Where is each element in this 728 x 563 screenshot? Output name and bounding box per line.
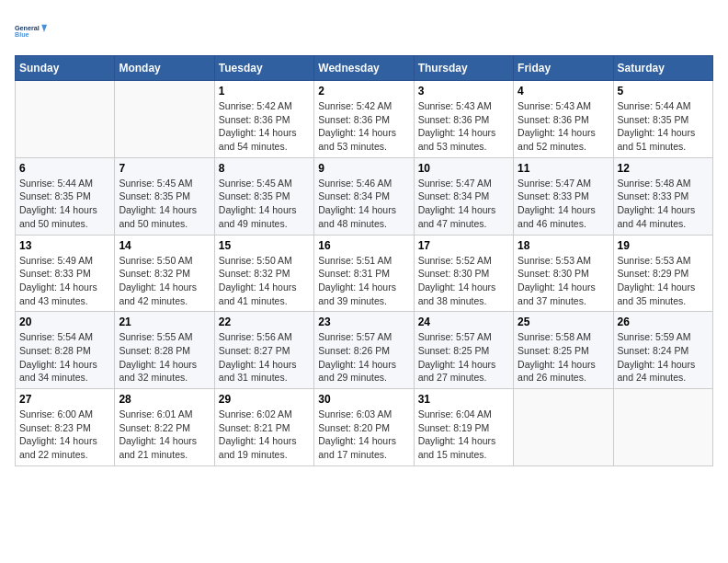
day-number: 17	[418, 239, 509, 252]
day-number: 6	[19, 162, 110, 175]
day-info: Sunrise: 5:45 AMSunset: 8:35 PMDaylight:…	[219, 177, 310, 231]
day-info: Sunrise: 5:59 AMSunset: 8:24 PMDaylight:…	[618, 330, 709, 385]
day-number: 8	[219, 162, 310, 175]
day-number: 19	[618, 239, 709, 252]
logo-icon: GeneralBlue	[15, 15, 48, 48]
day-number: 16	[318, 239, 409, 252]
day-info: Sunrise: 6:04 AMSunset: 8:19 PMDaylight:…	[418, 408, 509, 462]
day-info: Sunrise: 5:54 AMSunset: 8:28 PMDaylight:…	[19, 330, 110, 385]
calendar-cell	[115, 81, 214, 158]
day-info: Sunrise: 6:02 AMSunset: 8:21 PMDaylight:…	[219, 408, 310, 462]
calendar-cell: 29Sunrise: 6:02 AMSunset: 8:21 PMDayligh…	[214, 389, 313, 466]
column-header-thursday: Thursday	[414, 56, 513, 81]
calendar-cell: 13Sunrise: 5:49 AMSunset: 8:33 PMDayligh…	[16, 235, 115, 312]
day-number: 29	[219, 393, 310, 406]
day-info: Sunrise: 6:03 AMSunset: 8:20 PMDaylight:…	[318, 408, 409, 462]
calendar-cell: 21Sunrise: 5:55 AMSunset: 8:28 PMDayligh…	[115, 312, 214, 389]
calendar-cell: 24Sunrise: 5:57 AMSunset: 8:25 PMDayligh…	[414, 312, 513, 389]
day-info: Sunrise: 6:00 AMSunset: 8:23 PMDaylight:…	[19, 408, 110, 462]
day-info: Sunrise: 5:58 AMSunset: 8:25 PMDaylight:…	[518, 330, 609, 385]
calendar-cell: 12Sunrise: 5:48 AMSunset: 8:33 PMDayligh…	[613, 157, 712, 235]
day-info: Sunrise: 5:57 AMSunset: 8:25 PMDaylight:…	[418, 330, 509, 385]
column-header-wednesday: Wednesday	[314, 56, 414, 81]
calendar-cell: 11Sunrise: 5:47 AMSunset: 8:33 PMDayligh…	[514, 157, 613, 235]
day-number: 28	[119, 393, 210, 406]
day-number: 4	[518, 85, 609, 98]
calendar-cell	[16, 81, 115, 158]
column-header-friday: Friday	[514, 56, 613, 81]
day-info: Sunrise: 5:51 AMSunset: 8:31 PMDaylight:…	[318, 254, 409, 308]
calendar-week-3: 13Sunrise: 5:49 AMSunset: 8:33 PMDayligh…	[16, 235, 713, 312]
calendar-cell: 14Sunrise: 5:50 AMSunset: 8:32 PMDayligh…	[115, 235, 214, 312]
calendar-body: 1Sunrise: 5:42 AMSunset: 8:36 PMDaylight…	[16, 81, 713, 466]
svg-marker-2	[41, 25, 47, 32]
day-info: Sunrise: 5:46 AMSunset: 8:34 PMDaylight:…	[318, 177, 409, 231]
day-number: 14	[119, 239, 210, 252]
day-number: 13	[19, 239, 110, 252]
day-info: Sunrise: 5:42 AMSunset: 8:36 PMDaylight:…	[318, 99, 409, 154]
day-info: Sunrise: 5:53 AMSunset: 8:29 PMDaylight:…	[618, 254, 709, 308]
column-header-monday: Monday	[115, 56, 214, 81]
day-number: 26	[618, 316, 709, 328]
calendar-cell: 1Sunrise: 5:42 AMSunset: 8:36 PMDaylight…	[214, 81, 313, 158]
day-info: Sunrise: 5:56 AMSunset: 8:27 PMDaylight:…	[219, 330, 310, 385]
column-header-tuesday: Tuesday	[214, 56, 313, 81]
calendar-cell: 18Sunrise: 5:53 AMSunset: 8:30 PMDayligh…	[514, 235, 613, 312]
calendar-table: SundayMondayTuesdayWednesdayThursdayFrid…	[15, 55, 713, 466]
column-header-saturday: Saturday	[613, 56, 712, 81]
day-number: 21	[119, 316, 210, 328]
calendar-cell: 3Sunrise: 5:43 AMSunset: 8:36 PMDaylight…	[414, 81, 513, 158]
column-header-sunday: Sunday	[16, 56, 115, 81]
calendar-cell: 25Sunrise: 5:58 AMSunset: 8:25 PMDayligh…	[514, 312, 613, 389]
calendar-cell	[613, 389, 712, 466]
day-number: 30	[318, 393, 409, 406]
calendar-week-1: 1Sunrise: 5:42 AMSunset: 8:36 PMDaylight…	[16, 81, 713, 158]
calendar-cell: 16Sunrise: 5:51 AMSunset: 8:31 PMDayligh…	[314, 235, 414, 312]
calendar-cell: 27Sunrise: 6:00 AMSunset: 8:23 PMDayligh…	[16, 389, 115, 466]
day-info: Sunrise: 5:53 AMSunset: 8:30 PMDaylight:…	[518, 254, 609, 308]
day-info: Sunrise: 5:48 AMSunset: 8:33 PMDaylight:…	[618, 177, 709, 231]
day-info: Sunrise: 5:55 AMSunset: 8:28 PMDaylight:…	[119, 330, 210, 385]
day-number: 3	[418, 85, 509, 98]
calendar-week-5: 27Sunrise: 6:00 AMSunset: 8:23 PMDayligh…	[16, 389, 713, 466]
day-info: Sunrise: 5:57 AMSunset: 8:26 PMDaylight:…	[318, 330, 409, 385]
calendar-cell: 17Sunrise: 5:52 AMSunset: 8:30 PMDayligh…	[414, 235, 513, 312]
day-info: Sunrise: 5:52 AMSunset: 8:30 PMDaylight:…	[418, 254, 509, 308]
day-info: Sunrise: 5:44 AMSunset: 8:35 PMDaylight:…	[19, 177, 110, 231]
day-number: 15	[219, 239, 310, 252]
calendar-cell: 19Sunrise: 5:53 AMSunset: 8:29 PMDayligh…	[613, 235, 712, 312]
calendar-cell: 15Sunrise: 5:50 AMSunset: 8:32 PMDayligh…	[214, 235, 313, 312]
calendar-cell: 20Sunrise: 5:54 AMSunset: 8:28 PMDayligh…	[16, 312, 115, 389]
calendar-cell: 10Sunrise: 5:47 AMSunset: 8:34 PMDayligh…	[414, 157, 513, 235]
day-info: Sunrise: 5:47 AMSunset: 8:33 PMDaylight:…	[518, 177, 609, 231]
day-number: 2	[318, 85, 409, 98]
calendar-cell	[514, 389, 613, 466]
day-number: 31	[418, 393, 509, 406]
day-info: Sunrise: 5:43 AMSunset: 8:36 PMDaylight:…	[418, 99, 509, 154]
calendar-week-2: 6Sunrise: 5:44 AMSunset: 8:35 PMDaylight…	[16, 157, 713, 235]
day-number: 18	[518, 239, 609, 252]
day-info: Sunrise: 5:45 AMSunset: 8:35 PMDaylight:…	[119, 177, 210, 231]
day-number: 12	[618, 162, 709, 175]
day-info: Sunrise: 5:50 AMSunset: 8:32 PMDaylight:…	[119, 254, 210, 308]
day-number: 23	[318, 316, 409, 328]
day-number: 1	[219, 85, 310, 98]
calendar-cell: 22Sunrise: 5:56 AMSunset: 8:27 PMDayligh…	[214, 312, 313, 389]
calendar-cell: 28Sunrise: 6:01 AMSunset: 8:22 PMDayligh…	[115, 389, 214, 466]
calendar-week-4: 20Sunrise: 5:54 AMSunset: 8:28 PMDayligh…	[16, 312, 713, 389]
calendar-cell: 26Sunrise: 5:59 AMSunset: 8:24 PMDayligh…	[613, 312, 712, 389]
svg-text:Blue: Blue	[15, 30, 29, 39]
calendar-cell: 4Sunrise: 5:43 AMSunset: 8:36 PMDaylight…	[514, 81, 613, 158]
day-number: 27	[19, 393, 110, 406]
day-info: Sunrise: 5:49 AMSunset: 8:33 PMDaylight:…	[19, 254, 110, 308]
day-info: Sunrise: 5:50 AMSunset: 8:32 PMDaylight:…	[219, 254, 310, 308]
calendar-header-row: SundayMondayTuesdayWednesdayThursdayFrid…	[16, 56, 713, 81]
calendar-cell: 6Sunrise: 5:44 AMSunset: 8:35 PMDaylight…	[16, 157, 115, 235]
day-number: 25	[518, 316, 609, 328]
calendar-cell: 31Sunrise: 6:04 AMSunset: 8:19 PMDayligh…	[414, 389, 513, 466]
calendar-cell: 5Sunrise: 5:44 AMSunset: 8:35 PMDaylight…	[613, 81, 712, 158]
day-number: 11	[518, 162, 609, 175]
logo: GeneralBlue	[15, 15, 48, 48]
calendar-cell: 30Sunrise: 6:03 AMSunset: 8:20 PMDayligh…	[314, 389, 414, 466]
day-info: Sunrise: 5:42 AMSunset: 8:36 PMDaylight:…	[219, 99, 310, 154]
